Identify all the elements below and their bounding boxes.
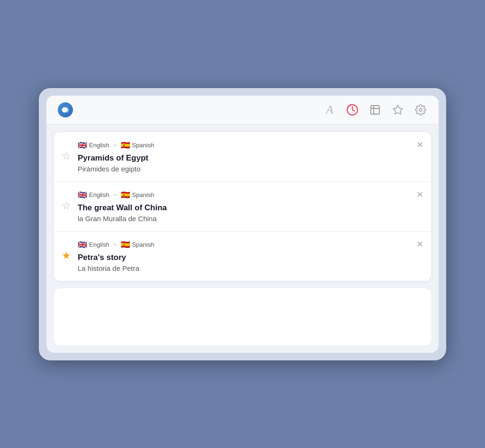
star-button-2[interactable]: ☆ (62, 201, 71, 211)
source-text-3: Petra's story (78, 253, 422, 262)
lang-row-2: 🇬🇧 English → 🇪🇸 Spanish (78, 190, 422, 199)
to-flag-1: 🇪🇸 (121, 141, 130, 150)
close-button-1[interactable]: ✕ (416, 141, 423, 149)
history-icon[interactable] (346, 103, 359, 116)
close-button-2[interactable]: ✕ (416, 190, 423, 199)
arrow-1: → (112, 142, 118, 148)
from-flag-1: 🇬🇧 (78, 141, 87, 150)
to-lang-3: Spanish (132, 241, 154, 248)
svg-point-7 (419, 108, 422, 111)
from-flag-3: 🇬🇧 (78, 240, 87, 249)
logo-area (58, 102, 323, 117)
from-flag-2: 🇬🇧 (78, 190, 87, 199)
header: A (46, 96, 439, 125)
app-logo-icon (58, 102, 73, 117)
app-window: A (39, 88, 446, 360)
settings-icon[interactable] (414, 103, 427, 116)
star-button-3[interactable]: ★ (62, 251, 71, 261)
history-item: ☆ 🇬🇧 English → 🇪🇸 Spanish Pyramids of Eg… (54, 132, 431, 182)
to-lang-2: Spanish (132, 191, 154, 198)
history-item: ☆ 🇬🇧 English → 🇪🇸 Spanish The great Wall… (54, 182, 431, 232)
favorites-icon[interactable] (391, 103, 404, 116)
to-flag-3: 🇪🇸 (121, 240, 130, 249)
from-lang-2: English (89, 191, 109, 198)
item-content-2: 🇬🇧 English → 🇪🇸 Spanish The great Wall o… (78, 190, 422, 223)
lang-row-1: 🇬🇧 English → 🇪🇸 Spanish (78, 141, 422, 150)
translate-icon[interactable] (368, 103, 382, 116)
to-lang-1: Spanish (132, 142, 154, 149)
arrow-2: → (112, 191, 118, 198)
source-text-1: Pyramids of Egypt (78, 153, 422, 163)
translated-text-1: Pirámides de egipto (78, 165, 422, 173)
to-flag-2: 🇪🇸 (121, 190, 130, 199)
star-button-1[interactable]: ☆ (62, 151, 71, 161)
from-lang-3: English (89, 241, 109, 248)
from-lang-1: English (89, 142, 109, 149)
svg-point-1 (63, 107, 69, 113)
translated-text-2: la Gran Muralla de China (78, 215, 422, 223)
item-content-3: 🇬🇧 English → 🇪🇸 Spanish Petra's story La… (78, 240, 422, 272)
translated-text-3: La historia de Petra (78, 264, 422, 272)
source-text-2: The great Wall of China (78, 203, 422, 213)
history-item: ★ 🇬🇧 English → 🇪🇸 Spanish Petra's story … (54, 232, 431, 281)
lang-row-3: 🇬🇧 English → 🇪🇸 Spanish (78, 240, 422, 249)
svg-rect-3 (371, 106, 379, 114)
window-inner: A (46, 96, 439, 353)
bottom-empty-area (54, 288, 431, 345)
close-button-3[interactable]: ✕ (416, 240, 423, 249)
arrow-3: → (112, 241, 118, 248)
history-list: ☆ 🇬🇧 English → 🇪🇸 Spanish Pyramids of Eg… (54, 132, 431, 281)
header-icons: A (323, 103, 427, 116)
font-icon[interactable]: A (323, 103, 336, 116)
history-content-area: ☆ 🇬🇧 English → 🇪🇸 Spanish Pyramids of Eg… (54, 132, 431, 281)
item-content-1: 🇬🇧 English → 🇪🇸 Spanish Pyramids of Egyp… (78, 141, 422, 173)
svg-marker-6 (393, 105, 403, 114)
